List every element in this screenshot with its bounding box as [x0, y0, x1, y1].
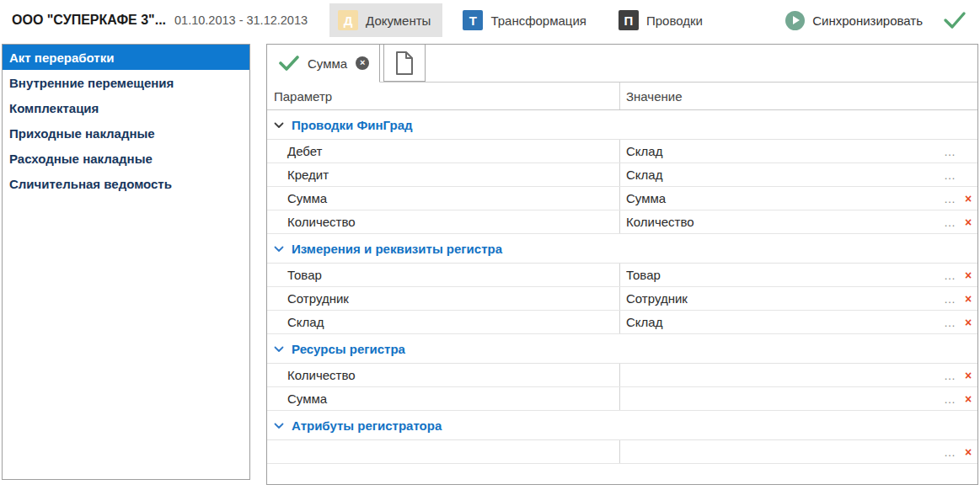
top-bar: ООО "СУПЕРКАФЕ 3"... 01.10.2013 - 31.12.… — [0, 0, 980, 40]
param-cell: Количество — [267, 364, 620, 386]
ellipsis-button[interactable]: … — [944, 171, 956, 179]
value-cell[interactable]: Сумма…× — [620, 187, 977, 210]
sidebar-item[interactable]: Сличительная ведомость — [3, 171, 249, 196]
remove-button[interactable]: × — [964, 392, 972, 406]
nav-button-postings[interactable]: ППроводки — [610, 3, 715, 37]
row-actions: …× — [944, 292, 972, 306]
sidebar: Акт переработкиВнутренние перемещенияКом… — [2, 44, 250, 480]
row-actions: …× — [944, 316, 972, 329]
column-header-value[interactable]: Значение — [620, 83, 977, 109]
table-row: КредитСклад…× — [267, 163, 977, 187]
row-actions: …× — [944, 168, 972, 182]
section-title: Ресурсы регистра — [292, 342, 405, 356]
tab-new-document[interactable] — [383, 45, 426, 82]
ellipsis-button[interactable]: … — [944, 295, 956, 303]
ellipsis-button[interactable]: … — [944, 271, 956, 280]
param-cell: Количество — [267, 210, 620, 233]
value-text: Количество — [626, 215, 944, 229]
value-text: Склад — [626, 315, 944, 329]
row-actions: …× — [944, 216, 972, 229]
tab-close-icon[interactable]: × — [356, 56, 369, 70]
tab-summa[interactable]: Сумма × — [267, 45, 380, 83]
value-text: Склад — [626, 144, 944, 158]
sidebar-item[interactable]: Комплектация — [3, 95, 249, 120]
nav-button-documents[interactable]: ДДокументы — [329, 3, 442, 37]
row-actions: …× — [944, 369, 972, 382]
remove-button[interactable]: × — [964, 192, 972, 205]
remove-button[interactable]: × — [964, 316, 972, 329]
ellipsis-button[interactable]: … — [944, 194, 956, 203]
period-range[interactable]: 01.10.2013 - 31.12.2013 — [174, 13, 308, 27]
sidebar-item[interactable]: Акт переработки — [3, 45, 249, 70]
ellipsis-button[interactable]: … — [944, 147, 956, 156]
chevron-down-icon — [274, 346, 284, 353]
section-header[interactable]: Атрибуты регистратора — [267, 411, 977, 440]
section-title: Атрибуты регистратора — [292, 418, 442, 433]
nav-button-label: Трансформация — [490, 13, 586, 28]
value-cell[interactable]: …× — [620, 440, 977, 463]
value-cell[interactable]: Количество…× — [620, 210, 977, 233]
remove-button[interactable]: × — [964, 216, 972, 229]
remove-button[interactable]: × — [964, 292, 972, 306]
value-cell[interactable]: Склад…× — [620, 163, 977, 186]
table-row: КоличествоКоличество…× — [267, 210, 977, 234]
row-actions: …× — [944, 445, 972, 459]
section-header[interactable]: Ресурсы регистра — [267, 334, 977, 364]
column-header-param[interactable]: Параметр — [267, 83, 620, 109]
transformation-icon: Т — [463, 10, 483, 30]
params-table-body: Проводки ФинГрадДебетСклад…×КредитСклад…… — [267, 110, 977, 464]
param-cell: Товар — [267, 264, 620, 286]
chevron-down-icon — [274, 122, 284, 129]
section-header[interactable]: Измерения и реквизиты регистра — [267, 234, 977, 264]
nav-button-label: Проводки — [646, 13, 703, 28]
value-text: Сотрудник — [626, 291, 944, 306]
postings-icon: П — [619, 10, 639, 30]
param-cell: Склад — [267, 311, 620, 333]
table-row: СуммаСумма…× — [267, 187, 977, 210]
section-title: Измерения и реквизиты регистра — [292, 242, 502, 256]
table-row: СотрудникСотрудник…× — [267, 287, 977, 311]
value-cell[interactable]: …× — [620, 387, 977, 410]
table-row: …× — [267, 440, 977, 464]
table-header: Параметр Значение — [267, 83, 977, 110]
param-cell: Сумма — [267, 387, 620, 410]
value-text: Склад — [626, 168, 944, 182]
table-row: Количество…× — [267, 364, 977, 387]
sync-button[interactable]: Синхронизировать — [785, 11, 923, 30]
remove-button[interactable]: × — [964, 445, 972, 459]
value-cell[interactable]: Склад…× — [620, 140, 977, 162]
row-actions: …× — [944, 269, 972, 282]
table-row: ТоварТовар…× — [267, 264, 977, 287]
sync-button-label: Синхронизировать — [812, 13, 923, 28]
remove-button[interactable]: × — [964, 269, 972, 282]
chevron-down-icon — [274, 423, 284, 429]
ellipsis-button[interactable]: … — [944, 218, 956, 226]
ellipsis-button[interactable]: … — [944, 448, 956, 456]
sidebar-item[interactable]: Приходные накладные — [3, 120, 249, 146]
value-cell[interactable]: Сотрудник…× — [620, 287, 977, 310]
table-row: ДебетСклад…× — [267, 140, 977, 163]
ellipsis-button[interactable]: … — [944, 395, 956, 403]
tab-strip: Сумма × — [267, 45, 977, 83]
value-cell[interactable]: Товар…× — [620, 264, 977, 286]
documents-icon: Д — [338, 10, 358, 30]
section-header[interactable]: Проводки ФинГрад — [267, 110, 977, 140]
confirm-check-icon[interactable] — [943, 11, 967, 29]
row-actions: …× — [944, 145, 972, 158]
ellipsis-button[interactable]: … — [944, 371, 956, 380]
tab-check-icon — [279, 56, 299, 72]
blank-document-icon — [394, 51, 415, 76]
param-cell: Кредит — [267, 163, 620, 186]
ellipsis-button[interactable]: … — [944, 318, 956, 327]
param-cell: Сумма — [267, 187, 620, 210]
play-circle-icon — [785, 11, 805, 30]
param-cell: Дебет — [267, 140, 620, 162]
sidebar-item[interactable]: Расходные накладные — [3, 146, 249, 171]
value-text: Сумма — [626, 191, 944, 205]
remove-button[interactable]: × — [964, 369, 972, 382]
row-actions: …× — [944, 392, 972, 406]
value-cell[interactable]: …× — [620, 364, 977, 386]
sidebar-item[interactable]: Внутренние перемещения — [3, 70, 249, 95]
value-cell[interactable]: Склад…× — [620, 311, 977, 333]
nav-button-transformation[interactable]: ТТрансформация — [454, 3, 598, 37]
